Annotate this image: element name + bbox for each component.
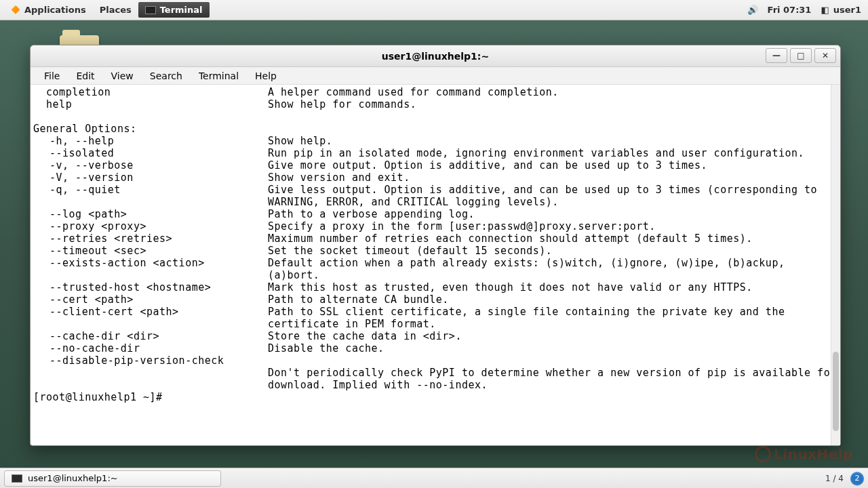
menu-view[interactable]: View: [103, 68, 142, 83]
applications-menu[interactable]: 🔶 Applications: [4, 2, 93, 18]
window-titlebar[interactable]: user1@linuxhelp1:~ — □ ✕: [31, 45, 840, 67]
watermark-circle-icon: [755, 446, 771, 462]
option-row: --no-cache-dirDisable the cache.: [33, 342, 837, 354]
user-menu[interactable]: ◧ user1: [821, 5, 861, 15]
terminal-icon: [145, 6, 156, 14]
maximize-button[interactable]: □: [790, 48, 812, 63]
watermark-text: LinuxHelp: [774, 446, 853, 462]
option-row: -V, --versionShow version and exit.: [33, 171, 837, 184]
shell-prompt[interactable]: [root@linuxhelp1 ~]#: [33, 391, 837, 403]
option-row: --log <path>Path to a verbose appending …: [33, 208, 837, 220]
menu-file[interactable]: File: [36, 68, 68, 83]
menu-search[interactable]: Search: [142, 68, 191, 83]
active-app-menu[interactable]: Terminal: [138, 2, 210, 18]
option-row: --disable-pip-version-check: [33, 354, 837, 367]
menu-help[interactable]: Help: [247, 68, 285, 83]
menu-terminal[interactable]: Terminal: [191, 68, 247, 83]
taskbar-label: user1@linuxhelp1:~: [28, 473, 118, 483]
scrollbar[interactable]: [831, 85, 840, 445]
window-title: user1@linuxhelp1:~: [382, 51, 489, 62]
user-label: user1: [833, 5, 861, 15]
terminal-icon: [12, 474, 22, 483]
workspace-indicator[interactable]: 1 / 4: [825, 474, 844, 483]
option-row: --cert <path>Path to alternate CA bundle…: [33, 293, 837, 306]
active-app-label: Terminal: [160, 5, 203, 15]
applications-label: Applications: [24, 5, 86, 15]
option-row: --proxy <proxy>Specify a proxy in the fo…: [33, 220, 837, 232]
top-panel: 🔶 Applications Places Terminal 🔊 Fri 07:…: [0, 0, 868, 20]
places-menu[interactable]: Places: [93, 2, 138, 18]
option-row: --isolatedRun pip in an isolated mode, i…: [33, 147, 837, 159]
option-row: -q, --quietGive less output. Option is a…: [33, 184, 837, 208]
minimize-button[interactable]: —: [766, 48, 787, 63]
menubar: File Edit View Search Terminal Help: [31, 67, 840, 85]
taskbar-terminal[interactable]: user1@linuxhelp1:~: [4, 470, 221, 487]
command-row: helpShow help for commands.: [33, 98, 837, 110]
option-row: --exists-action <action>Default action w…: [33, 257, 837, 281]
option-row: -v, --verboseGive more output. Option is…: [33, 159, 837, 171]
menu-edit[interactable]: Edit: [68, 68, 102, 83]
watermark-logo: LinuxHelp: [755, 446, 853, 462]
command-row: completionA helper command used for comm…: [33, 86, 837, 98]
terminal-output[interactable]: completionA helper command used for comm…: [31, 85, 840, 445]
scrollbar-thumb[interactable]: [833, 352, 839, 431]
option-row-trailing: Don't periodically check PyPI to determi…: [33, 367, 837, 391]
option-row: --trusted-host <hostname>Mark this host …: [33, 281, 837, 293]
close-button[interactable]: ✕: [814, 48, 836, 63]
activities-icon: 🔶: [11, 5, 20, 14]
section-header: General Options:: [33, 123, 837, 135]
places-label: Places: [100, 5, 132, 15]
volume-icon[interactable]: 🔊: [747, 5, 758, 15]
terminal-window: user1@linuxhelp1:~ — □ ✕ File Edit View …: [30, 45, 841, 446]
clock[interactable]: Fri 07:31: [768, 5, 812, 15]
option-row: --timeout <sec>Set the socket timeout (d…: [33, 245, 837, 257]
user-switch-icon: ◧: [821, 5, 829, 15]
workspace-switcher[interactable]: 2: [850, 472, 864, 485]
option-row: --cache-dir <dir>Store the cache data in…: [33, 330, 837, 342]
option-row: --retries <retries>Maximum number of ret…: [33, 232, 837, 245]
option-row: -h, --helpShow help.: [33, 135, 837, 147]
option-row: --client-cert <path>Path to SSL client c…: [33, 306, 837, 330]
bottom-panel: user1@linuxhelp1:~ 1 / 4 2: [0, 468, 868, 488]
